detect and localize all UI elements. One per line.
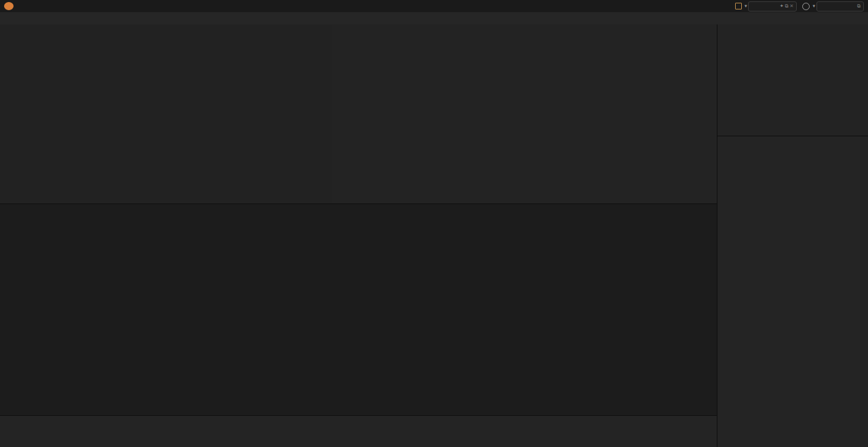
viewlayer-name-field[interactable]: ⧉ [816, 1, 864, 12]
scene-icon [735, 3, 742, 9]
viewlayer-icon [802, 3, 810, 10]
topbar: ▾ ✦⧉✕ ▾ ⧉ [0, 0, 868, 13]
viewport-3d[interactable] [332, 24, 717, 203]
pin-icon[interactable]: ✦ [780, 3, 784, 9]
close-icon: ✕ [790, 3, 794, 9]
copy-icon[interactable]: ⧉ [785, 3, 789, 9]
scene-name-field[interactable]: ✦⧉✕ [748, 1, 797, 12]
outliner [717, 24, 868, 136]
copy-icon[interactable]: ⧉ [857, 3, 861, 9]
properties-editor [717, 136, 868, 447]
scene-selector[interactable]: ▾ ✦⧉✕ [735, 1, 797, 12]
blender-window: ▾ ✦⧉✕ ▾ ⧉ [0, 0, 868, 447]
editor-headers-row [0, 12, 868, 25]
viewlayer-selector[interactable]: ▾ ⧉ [802, 1, 864, 12]
geometry-node-editor[interactable] [0, 203, 717, 416]
blender-logo-icon[interactable] [4, 2, 14, 10]
timeline-editor[interactable] [0, 415, 717, 447]
spreadsheet-editor [0, 24, 333, 203]
